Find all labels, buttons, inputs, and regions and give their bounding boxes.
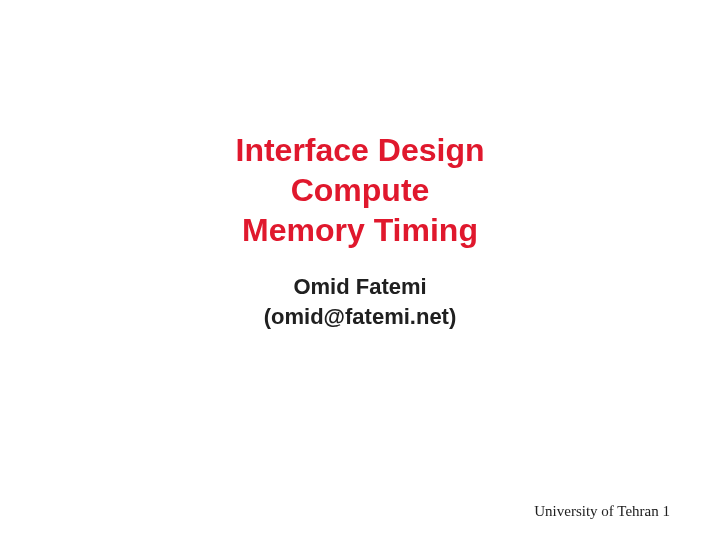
slide: Interface Design Compute Memory Timing O… xyxy=(0,0,720,540)
footer-text: University of Tehran 1 xyxy=(534,503,670,520)
title-line-3: Memory Timing xyxy=(0,210,720,250)
author-email: (omid@fatemi.net) xyxy=(0,302,720,332)
title-block: Interface Design Compute Memory Timing xyxy=(0,130,720,250)
author-name: Omid Fatemi xyxy=(0,272,720,302)
title-line-1: Interface Design xyxy=(0,130,720,170)
title-line-2: Compute xyxy=(0,170,720,210)
author-block: Omid Fatemi (omid@fatemi.net) xyxy=(0,272,720,331)
